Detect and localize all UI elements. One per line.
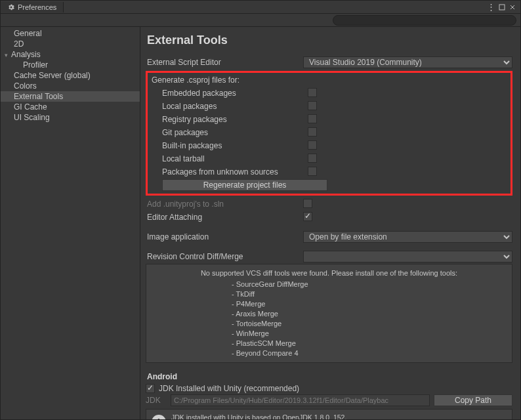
vcs-tool: - PlasticSCM Merge <box>153 339 505 348</box>
android-header: Android <box>147 372 512 381</box>
gear-icon <box>7 3 15 11</box>
attach-checkbox[interactable] <box>303 212 312 221</box>
csproj-registry-checkbox[interactable] <box>308 114 317 123</box>
vcs-tool: - TortoiseMerge <box>153 319 505 329</box>
imageapp-label: Image application <box>146 232 303 242</box>
window-tab[interactable]: Preferences <box>1 2 64 12</box>
vcs-tool: - Beyond Compare 4 <box>153 348 505 358</box>
sidebar: General 2D ▾Analysis Profiler Cache Serv… <box>1 27 140 419</box>
caret-down-icon: ▾ <box>5 52 11 58</box>
expand-icon[interactable] <box>498 3 506 11</box>
sidebar-item-general[interactable]: General <box>1 28 140 39</box>
csproj-unknown-label: Packages from unknown sources <box>150 167 308 177</box>
jdk-installed-label: JDK Installed with Unity (recommended) <box>159 384 299 393</box>
csproj-embedded-label: Embedded packages <box>150 89 308 98</box>
csproj-tarball-checkbox[interactable] <box>308 154 317 163</box>
csproj-tarball-label: Local tarball <box>150 154 308 163</box>
sidebar-item-gicache[interactable]: GI Cache <box>1 102 140 112</box>
vcs-tool: - P4Merge <box>153 299 505 309</box>
main-panel: External Tools External Script Editor Vi… <box>140 27 520 419</box>
info-line1: JDK installed with Unity is based on Ope… <box>171 413 397 419</box>
page-title: External Tools <box>147 33 512 47</box>
jdk-info-box: ! JDK installed with Unity is based on O… <box>146 409 512 419</box>
script-editor-select[interactable]: Visual Studio 2019 (Community) <box>303 56 512 68</box>
sidebar-item-cacheserver[interactable]: Cache Server (global) <box>1 70 140 81</box>
csproj-embedded-checkbox[interactable] <box>308 88 317 97</box>
diff-select[interactable] <box>303 251 512 262</box>
sidebar-item-profiler[interactable]: Profiler <box>1 60 140 70</box>
vcs-tool: - TkDiff <box>153 289 505 299</box>
attach-label: Editor Attaching <box>146 213 303 222</box>
close-icon[interactable] <box>509 3 516 11</box>
csproj-highlight: Generate .csproj files for: Embedded pac… <box>146 71 512 196</box>
regenerate-button[interactable]: Regenerate project files <box>162 179 327 191</box>
unityproj-label: Add .unityproj's to .sln <box>146 200 303 209</box>
vcs-tool: - WinMerge <box>153 329 505 339</box>
diff-label: Revision Control Diff/Merge <box>146 252 303 261</box>
sidebar-item-analysis[interactable]: ▾Analysis <box>1 49 140 60</box>
editor-label: External Script Editor <box>146 58 303 67</box>
sidebar-item-uiscaling[interactable]: UI Scaling <box>1 112 140 123</box>
jdk-path-input <box>171 394 430 406</box>
search-input[interactable] <box>333 15 516 26</box>
csproj-local-checkbox[interactable] <box>308 101 317 110</box>
csproj-registry-label: Registry packages <box>150 115 308 124</box>
sidebar-item-colors[interactable]: Colors <box>1 81 140 91</box>
titlebar: Preferences ⋮ <box>1 1 520 14</box>
jdk-installed-checkbox[interactable] <box>146 384 155 393</box>
csproj-git-label: Git packages <box>150 128 308 137</box>
search-row <box>1 14 520 27</box>
window-title: Preferences <box>18 3 56 11</box>
vcs-tool: - Araxis Merge <box>153 309 505 319</box>
kebab-icon[interactable]: ⋮ <box>487 2 495 12</box>
csproj-header: Generate .csproj files for: <box>150 75 308 85</box>
unityproj-checkbox <box>303 199 312 208</box>
copy-path-button[interactable]: Copy Path <box>434 394 512 406</box>
vcs-info-box: No supported VCS diff tools were found. … <box>146 264 512 363</box>
csproj-unknown-checkbox[interactable] <box>308 167 317 176</box>
info-icon: ! <box>152 415 166 419</box>
csproj-builtin-checkbox[interactable] <box>308 140 317 150</box>
sidebar-item-2d[interactable]: 2D <box>1 39 140 49</box>
csproj-git-checkbox[interactable] <box>308 127 317 136</box>
imageapp-select[interactable]: Open by file extension <box>303 231 512 243</box>
svg-rect-0 <box>499 5 505 10</box>
vcs-tool: - SourceGear DiffMerge <box>153 280 505 289</box>
csproj-builtin-label: Built-in packages <box>150 141 308 150</box>
jdk-label: JDK <box>146 396 167 405</box>
vcs-message: No supported VCS diff tools were found. … <box>153 268 505 278</box>
csproj-local-label: Local packages <box>150 102 308 111</box>
sidebar-item-externaltools[interactable]: External Tools <box>1 91 140 102</box>
